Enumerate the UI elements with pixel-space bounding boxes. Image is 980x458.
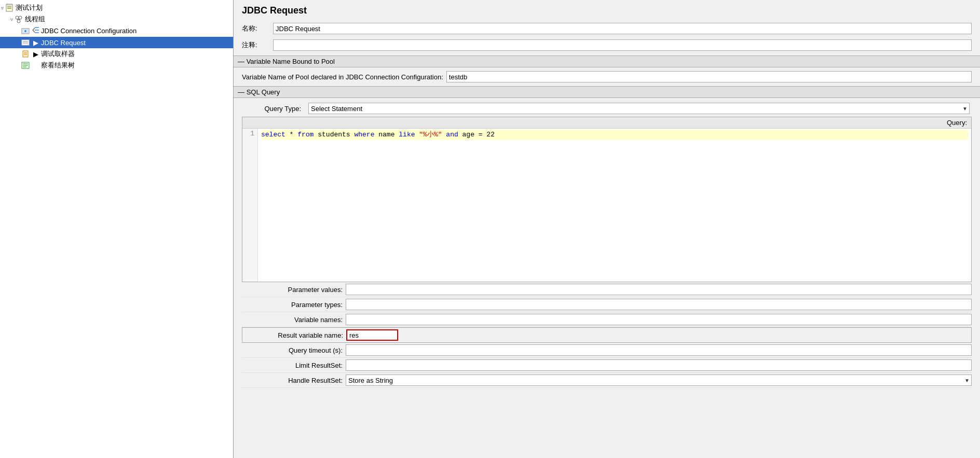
handle-resultset-select-wrapper: Store as String Store as Object Count Re…: [346, 374, 972, 386]
comment-label: 注释:: [242, 40, 273, 50]
jdbc-request-label: JDBC Request: [41, 39, 86, 47]
query-type-row: Query Type: Select Statement Update Stat…: [242, 100, 972, 117]
pool-input[interactable]: [446, 71, 972, 82]
param-types-row: Parameter types:: [242, 297, 972, 312]
variable-bound-header: — Variable Name Bound to Pool: [234, 55, 980, 67]
pool-label: Variable Name of Pool declared in JDBC C…: [242, 73, 443, 81]
sidebar-item-thread-group[interactable]: ▿ 线程组: [0, 13, 233, 25]
svg-rect-20: [23, 51, 28, 57]
svg-point-4: [16, 16, 19, 19]
svg-point-5: [19, 16, 22, 19]
name-label: 名称:: [242, 24, 273, 33]
param-types-input[interactable]: [346, 299, 972, 310]
sidebar-item-debug-sampler[interactable]: ▶ 调试取样器: [0, 48, 233, 60]
sidebar-item-view-results[interactable]: 察看结果树: [0, 60, 233, 71]
param-values-label: Parameter values:: [242, 286, 346, 294]
name-input[interactable]: [273, 23, 972, 34]
code-line-1: select * from students where name like "…: [261, 130, 968, 140]
svg-line-7: [17, 19, 19, 20]
main-panel: JDBC Request 名称: 注释: — Variable Name Bou…: [234, 0, 980, 458]
config-icon: [21, 26, 30, 36]
code-content[interactable]: select * from students where name like "…: [258, 129, 971, 282]
variable-names-row: Variable names:: [242, 312, 972, 327]
svg-line-13: [33, 30, 35, 32]
pool-row: Variable Name of Pool declared in JDBC C…: [242, 70, 972, 84]
svg-line-8: [19, 19, 20, 20]
sql-query-label: — SQL Query: [238, 88, 280, 96]
param-types-label: Parameter types:: [242, 301, 346, 309]
param-values-input[interactable]: [346, 284, 972, 295]
svg-point-11: [24, 30, 26, 32]
debug-icon: [21, 49, 30, 59]
sidebar-item-jdbc-connection[interactable]: JDBC Connection Configuration: [0, 25, 233, 37]
name-row: 名称:: [242, 20, 972, 37]
listener-icon: [21, 61, 30, 70]
panel-title: JDBC Request: [234, 0, 980, 20]
query-type-select-wrapper: Select Statement Update Statement Callab…: [308, 103, 970, 114]
svg-rect-17: [22, 40, 29, 45]
svg-point-6: [17, 20, 20, 23]
view-results-label: 察看结果树: [41, 61, 75, 70]
result-var-row: Result variable name:: [242, 327, 972, 343]
query-timeout-label: Query timeout (s):: [242, 346, 346, 354]
limit-resultset-row: Limit ResultSet:: [242, 358, 972, 373]
test-plan-label: 测试计划: [16, 3, 43, 12]
query-type-select[interactable]: Select Statement Update Statement Callab…: [308, 103, 970, 114]
comment-input[interactable]: [273, 39, 972, 51]
limit-resultset-label: Limit ResultSet:: [242, 362, 346, 369]
comment-row: 注释:: [242, 37, 972, 53]
handle-resultset-select[interactable]: Store as String Store as Object Count Re…: [346, 374, 972, 386]
variable-names-input[interactable]: [346, 314, 972, 325]
expand-icon: ▿: [1, 5, 4, 11]
svg-line-12: [33, 28, 35, 30]
query-editor-area[interactable]: 1 select * from students where name like…: [242, 129, 971, 282]
jdbc-connection-label: JDBC Connection Configuration: [41, 27, 137, 35]
variable-names-label: Variable names:: [242, 316, 346, 324]
line-numbers: 1: [242, 129, 258, 282]
query-container: Query: 1 select * from students where na…: [242, 117, 972, 282]
sidebar-item-jdbc-request[interactable]: ▶ JDBC Request: [0, 37, 233, 48]
query-header: Query:: [242, 117, 971, 129]
limit-resultset-input[interactable]: [346, 359, 972, 371]
query-label: Query:: [947, 119, 967, 127]
sidebar-item-test-plan[interactable]: ▿ 测试计划: [0, 2, 233, 13]
param-values-row: Parameter values:: [242, 282, 972, 297]
debug-sampler-label: 调试取样器: [41, 49, 75, 59]
query-timeout-row: Query timeout (s):: [242, 343, 972, 358]
variable-bound-label: — Variable Name Bound to Pool: [238, 58, 335, 65]
sidebar: ▿ 测试计划 ▿ 线程组: [0, 0, 234, 458]
query-timeout-input[interactable]: [346, 344, 972, 356]
expand-icon-2: ▿: [10, 17, 13, 22]
query-type-label: Query Type:: [242, 105, 304, 113]
jdbc-request-icon: [21, 38, 30, 47]
result-var-label: Result variable name:: [242, 331, 346, 339]
result-var-input[interactable]: [346, 329, 398, 341]
handle-resultset-label: Handle ResultSet:: [242, 377, 346, 384]
test-plan-icon: [5, 3, 14, 12]
sql-query-header: — SQL Query: [234, 86, 980, 98]
handle-resultset-row: Handle ResultSet: Store as String Store …: [242, 373, 972, 388]
thread-group-label: 线程组: [25, 15, 45, 24]
fields-section: Parameter values: Parameter types: Varia…: [242, 282, 972, 388]
thread-group-icon: [14, 15, 23, 24]
svg-rect-1: [7, 4, 11, 5]
